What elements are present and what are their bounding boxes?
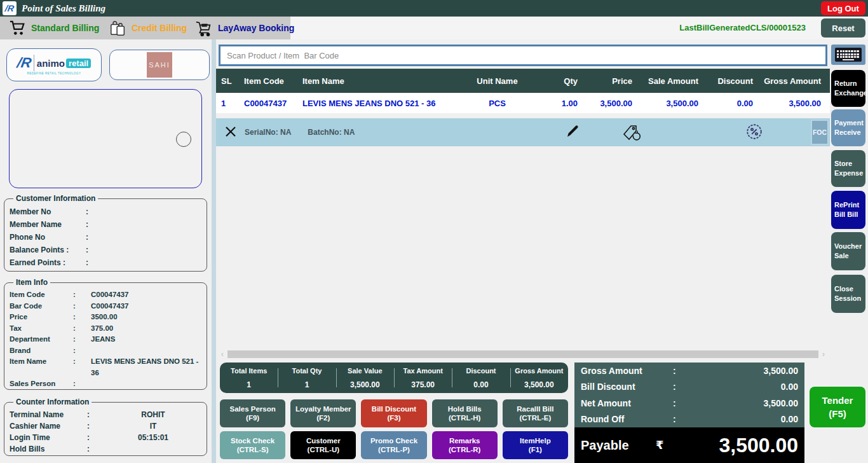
item-discount-button[interactable]: [745, 123, 764, 142]
edit-item-button[interactable]: [564, 123, 581, 140]
summary-row: Round Off:0.00: [574, 411, 804, 428]
stock-check-button[interactable]: Stock Check(CTRL-S): [220, 431, 285, 459]
table-row[interactable]: 1 C00047437 LEVIS MENS JEANS DNO 521 - 3…: [216, 93, 830, 113]
tender-button[interactable]: Tender(F5): [810, 387, 865, 427]
bar-code-label: Bar Code: [10, 301, 73, 312]
colon-separator: :: [673, 414, 686, 424]
batch-no-label: BatchNo: NA: [308, 118, 355, 146]
billing-tab-bar: Standard Billing Credit Billing LayAway …: [0, 17, 868, 39]
header-sl: SL: [216, 76, 239, 86]
customer-button[interactable]: Customer(CTRL-U): [290, 431, 356, 459]
customer-information-legend: Customer Information: [13, 194, 98, 203]
item-info-row: Sales Person:: [10, 378, 201, 390]
app-logo-mark: /R: [4, 3, 15, 13]
summary-net-amount-value: 3,500.00: [686, 398, 798, 408]
hold-bills-button[interactable]: Hold Bills(CTRL-H): [432, 399, 498, 427]
item-info-row: Item Name:LEVIS MENS JEANS DNO 521 - 36: [10, 356, 201, 378]
cell-unit-name: PCS: [464, 99, 531, 108]
item-exchange-button[interactable]: [621, 122, 642, 142]
cell-sl: 1: [216, 99, 239, 108]
tab-layaway-booking[interactable]: LayAway Booking: [194, 17, 294, 39]
reprint-bill-button[interactable]: RePrint Bill Bill: [831, 191, 865, 229]
function-button-grid: Sales Person(F9) Loyalty Member(F2) Bill…: [220, 399, 568, 459]
cell-item-code: C00047437: [239, 99, 297, 108]
tab-standard-billing[interactable]: Standard Billing: [9, 17, 99, 39]
payment-receive-button[interactable]: Payment Receive: [831, 109, 865, 146]
discount-cell: Discount0.00: [452, 363, 510, 393]
tax-amount-cell: Tax Amount375.00: [394, 363, 452, 393]
remove-item-button[interactable]: [224, 125, 238, 139]
login-time-label: Login Time: [10, 432, 87, 443]
bill-summary-panel: Gross Amount:3,500.00 Bill Discount:0.00…: [574, 363, 804, 427]
department-value: JEANS: [91, 334, 201, 345]
colon-separator: :: [73, 301, 91, 312]
virtual-keyboard-button[interactable]: [831, 45, 865, 65]
item-info-row: Price:3500.00: [10, 312, 201, 323]
brand-label: Brand: [10, 345, 73, 357]
animo-logo-tagline: REDEFINE RETAIL TECHNOLOGY: [17, 72, 91, 75]
title-bar: /R Point of Sales Billing Log Out: [0, 0, 868, 17]
colon-separator: :: [73, 312, 91, 323]
logout-button[interactable]: Log Out: [821, 1, 865, 15]
colon-separator: :: [73, 323, 91, 335]
barcode-scan-input[interactable]: [220, 46, 825, 64]
colon-separator: :: [86, 256, 104, 269]
summary-bill-discount-value: 0.00: [686, 382, 798, 392]
colon-separator: :: [73, 334, 91, 345]
item-help-button[interactable]: ItemHelp(F1): [503, 431, 568, 459]
summary-row: Net Amount:3,500.00: [574, 395, 804, 411]
summary-row: Gross Amount:3,500.00: [574, 363, 804, 379]
voucher-sale-button[interactable]: Voucher Sale: [831, 232, 865, 270]
return-exchange-button[interactable]: Return Exchange: [831, 70, 865, 107]
animo-retail-logo: /R animo retail REDEFINE RETAIL TECHNOLO…: [6, 48, 102, 81]
tax-amount-value: 375.00: [394, 380, 452, 389]
customer-info-row: Phone No:: [10, 231, 201, 244]
colon-separator: :: [87, 443, 105, 455]
recall-bill-button[interactable]: Racalll Bill(CTRL-E): [503, 399, 568, 427]
summary-round-off-value: 0.00: [686, 414, 798, 424]
scroll-right-arrow-icon[interactable]: ›: [820, 349, 827, 359]
colon-separator: :: [87, 409, 105, 420]
gross-amount-cell: Gross Amount3,500.00: [510, 363, 568, 393]
item-info-panel: Item Info Item Code:C00047437 Bar Code:C…: [4, 278, 207, 390]
remarks-button[interactable]: Remarks(CTRL-R): [432, 431, 498, 459]
promo-check-button[interactable]: Promo Check(CTRL-P): [361, 431, 426, 459]
payable-value: 3,500.00: [688, 434, 798, 457]
last-bill-generated-label: LastBillGeneratedCLS/00001523: [679, 17, 806, 39]
pencil-icon: [565, 123, 580, 139]
header-sale-amount: Sale Amount: [641, 76, 707, 86]
hold-bills-label: Hold Bills: [10, 443, 87, 455]
pos-billing-window: /R Point of Sales Billing Log Out Standa…: [0, 0, 868, 463]
keyboard-icon: [835, 48, 862, 62]
summary-gross-amount-value: 3,500.00: [686, 366, 798, 376]
reset-button[interactable]: Reset: [821, 18, 865, 38]
payable-bar: Payable ₹ 3,500.00: [574, 427, 804, 463]
customer-info-row: Member Name:: [10, 218, 201, 231]
left-sidebar: /R animo retail REDEFINE RETAIL TECHNOLO…: [0, 39, 212, 463]
item-info-row: Department:JEANS: [10, 334, 201, 345]
store-expense-button[interactable]: Store Expense: [831, 150, 865, 187]
foc-button[interactable]: FOC: [811, 120, 829, 145]
tab-credit-billing[interactable]: Credit Billing: [109, 17, 187, 39]
item-info-legend: Item Info: [13, 278, 50, 287]
colon-separator: :: [86, 218, 104, 231]
bill-discount-button[interactable]: Bill Discount(F3): [361, 399, 426, 427]
scrollbar-thumb[interactable]: [227, 350, 818, 358]
loyalty-member-button[interactable]: Loyalty Member(F2): [290, 399, 356, 427]
header-gross-amount: Gross Amount: [762, 76, 830, 86]
scroll-left-arrow-icon[interactable]: ‹: [219, 349, 226, 359]
sales-person-button[interactable]: Sales Person(F9): [220, 399, 285, 427]
item-name-value: LEVIS MENS JEANS DNO 521 - 36: [91, 356, 201, 378]
close-session-button[interactable]: Close Session: [831, 275, 865, 313]
total-items-cell: Total Items1: [220, 363, 278, 393]
customer-display-box: [9, 89, 202, 188]
tab-standard-billing-label: Standard Billing: [31, 23, 99, 33]
item-info-row: Tax:375.00: [10, 323, 201, 335]
gross-amount-label: Gross Amount: [510, 367, 568, 375]
colon-separator: :: [73, 378, 91, 390]
circle-placeholder-icon: [176, 132, 191, 147]
header-discount: Discount: [707, 76, 762, 86]
discount-label: Discount: [452, 367, 510, 375]
customer-info-row: Member No:: [10, 205, 201, 218]
price-label: Price: [10, 312, 73, 323]
